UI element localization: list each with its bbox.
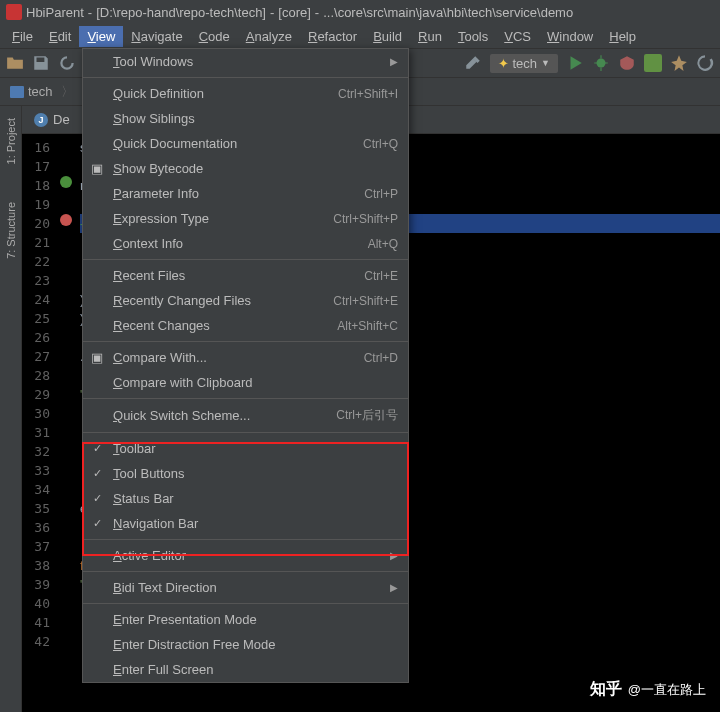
menu-edit[interactable]: Edit: [41, 26, 79, 47]
menu-item-recently-changed-files[interactable]: Recently Changed FilesCtrl+Shift+E: [83, 288, 408, 313]
menu-window[interactable]: Window: [539, 26, 601, 47]
menu-file[interactable]: File: [4, 26, 41, 47]
menu-navigate[interactable]: Navigate: [123, 26, 190, 47]
menu-item-recent-changes[interactable]: Recent ChangesAlt+Shift+C: [83, 313, 408, 338]
app-icon: [6, 4, 22, 20]
menu-code[interactable]: Code: [191, 26, 238, 47]
menu-refactor[interactable]: Refactor: [300, 26, 365, 47]
hammer-icon[interactable]: [464, 54, 482, 72]
editor-tab[interactable]: JDe: [22, 107, 83, 132]
menu-item-status-bar[interactable]: ✓Status Bar: [83, 486, 408, 511]
submenu-arrow-icon: ▶: [390, 56, 398, 67]
menu-item-enter-distraction-free-mode[interactable]: Enter Distraction Free Mode: [83, 632, 408, 657]
sidebar-tab-structure[interactable]: 7: Structure: [3, 198, 19, 263]
line-number-gutter: 1617181920212223242526272829303132333435…: [22, 134, 56, 712]
zhihu-logo: 知乎: [590, 679, 622, 700]
sync-icon[interactable]: [58, 54, 76, 72]
title-app: HbiParent: [26, 5, 84, 20]
jr-icon[interactable]: [644, 54, 662, 72]
menu-tools[interactable]: Tools: [450, 26, 496, 47]
submenu-arrow-icon: ▶: [390, 582, 398, 593]
menu-item-parameter-info[interactable]: Parameter InfoCtrl+P: [83, 181, 408, 206]
svg-point-0: [597, 59, 606, 68]
run-icon[interactable]: [566, 54, 584, 72]
menu-item-enter-full-screen[interactable]: Enter Full Screen: [83, 657, 408, 682]
title-module: [core]: [278, 5, 311, 20]
menu-item-bidi-text-direction[interactable]: Bidi Text Direction▶: [83, 575, 408, 600]
check-icon: ✓: [93, 467, 102, 480]
menu-item-quick-switch-scheme-[interactable]: Quick Switch Scheme...Ctrl+后引号: [83, 402, 408, 429]
menu-item-enter-presentation-mode[interactable]: Enter Presentation Mode: [83, 607, 408, 632]
run-marker-icon[interactable]: [60, 176, 72, 188]
menu-item-compare-with-clipboard[interactable]: Compare with Clipboard: [83, 370, 408, 395]
menu-vcs[interactable]: VCS: [496, 26, 539, 47]
submenu-arrow-icon: ▶: [390, 550, 398, 561]
run-config-selector[interactable]: ✦ tech ▼: [490, 54, 559, 73]
menu-item-tool-buttons[interactable]: ✓Tool Buttons: [83, 461, 408, 486]
menu-run[interactable]: Run: [410, 26, 450, 47]
menu-item-toolbar[interactable]: ✓Toolbar: [83, 436, 408, 461]
check-icon: ✓: [93, 492, 102, 505]
menu-analyze[interactable]: Analyze: [238, 26, 300, 47]
menu-item-compare-with-[interactable]: ▣Compare With...Ctrl+D: [83, 345, 408, 370]
view-menu-dropdown: Tool Windows▶Quick DefinitionCtrl+Shift+…: [82, 48, 409, 683]
menu-item-active-editor[interactable]: Active Editor▶: [83, 543, 408, 568]
menu-build[interactable]: Build: [365, 26, 410, 47]
item-icon: ▣: [91, 350, 107, 366]
check-icon: ✓: [93, 442, 102, 455]
menu-item-quick-definition[interactable]: Quick DefinitionCtrl+Shift+I: [83, 81, 408, 106]
breakpoint-icon[interactable]: [60, 214, 72, 226]
menu-item-navigation-bar[interactable]: ✓Navigation Bar: [83, 511, 408, 536]
coverage-icon[interactable]: [618, 54, 636, 72]
watermark-text: @一直在路上: [628, 681, 706, 699]
java-file-icon: J: [34, 113, 48, 127]
debug-icon[interactable]: [592, 54, 610, 72]
menu-item-show-siblings[interactable]: Show Siblings: [83, 106, 408, 131]
sidebar-tab-project[interactable]: 1: Project: [3, 114, 19, 168]
tool-window-bar: 1: Project 7: Structure: [0, 106, 22, 712]
check-icon: ✓: [93, 517, 102, 530]
title-path: [D:\repo-hand\repo-tech\tech]: [96, 5, 266, 20]
spark-icon[interactable]: [670, 54, 688, 72]
item-icon: ▣: [91, 161, 107, 177]
open-icon[interactable]: [6, 54, 24, 72]
menu-item-show-bytecode[interactable]: ▣Show Bytecode: [83, 156, 408, 181]
breadcrumb-item[interactable]: tech: [6, 82, 57, 101]
save-icon[interactable]: [32, 54, 50, 72]
refresh-icon[interactable]: [696, 54, 714, 72]
run-config-label: tech: [513, 56, 538, 71]
menu-item-quick-documentation[interactable]: Quick DocumentationCtrl+Q: [83, 131, 408, 156]
menu-bar: FileEditViewNavigateCodeAnalyzeRefactorB…: [0, 24, 720, 48]
menu-item-tool-windows[interactable]: Tool Windows▶: [83, 49, 408, 74]
menu-item-context-info[interactable]: Context InfoAlt+Q: [83, 231, 408, 256]
watermark: 知乎 @一直在路上: [590, 679, 706, 700]
menu-item-recent-files[interactable]: Recent FilesCtrl+E: [83, 263, 408, 288]
menu-view[interactable]: View: [79, 26, 123, 47]
menu-item-expression-type[interactable]: Expression TypeCtrl+Shift+P: [83, 206, 408, 231]
menu-help[interactable]: Help: [601, 26, 644, 47]
marker-gutter: [56, 134, 76, 712]
title-file: ...\core\src\main\java\hbi\tech\service\…: [323, 5, 573, 20]
title-bar: HbiParent - [D:\repo-hand\repo-tech\tech…: [0, 0, 720, 24]
svg-rect-1: [644, 54, 662, 72]
